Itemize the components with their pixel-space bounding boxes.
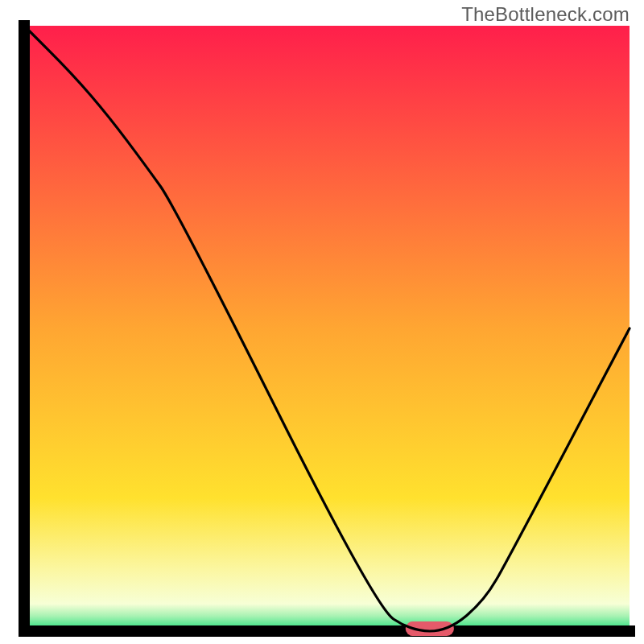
chart-background-gradient [24,26,630,631]
bottleneck-chart [0,0,644,644]
watermark-text: TheBottleneck.com [461,3,630,26]
chart-container: { "watermark": "TheBottleneck.com", "cha… [0,0,644,644]
